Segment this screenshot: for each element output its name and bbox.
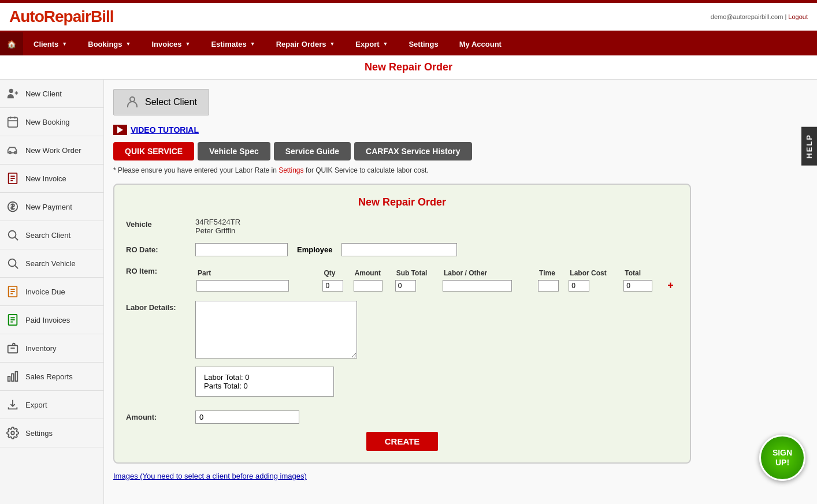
export-icon <box>5 397 21 413</box>
header: AutoRepairBill demo@autorepairbill.com |… <box>0 3 817 32</box>
sidebar-paid-invoices-label: Paid Invoices <box>25 316 70 324</box>
settings-link[interactable]: Settings <box>278 166 303 174</box>
signup-line1: SIGN <box>773 448 792 458</box>
ro-date-input[interactable] <box>195 243 288 256</box>
nav-invoices[interactable]: Invoices ▼ <box>141 32 200 55</box>
estimates-arrow: ▼ <box>250 41 255 47</box>
sidebar-new-client-label: New Client <box>25 89 62 98</box>
nav-home[interactable]: 🏠 <box>0 32 23 55</box>
sidebar-item-export[interactable]: Export <box>0 391 103 419</box>
ro-item-table-container: Part Qty Amount Sub Total Labor / Other … <box>195 264 678 293</box>
help-tab[interactable]: HELP <box>801 127 817 166</box>
sidebar-item-new-payment[interactable]: New Payment <box>0 193 103 221</box>
form-title: New Repair Order <box>126 196 678 208</box>
sidebar-item-new-invoice[interactable]: New Invoice <box>0 165 103 193</box>
export-arrow: ▼ <box>383 41 388 47</box>
nav-settings[interactable]: Settings <box>398 32 448 55</box>
sidebar-new-payment-label: New Payment <box>25 203 72 211</box>
col-amount: Amount <box>352 268 394 278</box>
col-labor-other: Labor / Other <box>441 268 537 278</box>
employee-label: Employee <box>297 245 332 254</box>
ro-item-label: RO Item: <box>126 264 195 275</box>
add-row-button[interactable]: + <box>667 279 674 291</box>
tab-service-guide[interactable]: Service Guide <box>274 142 351 160</box>
video-tutorial-row: VIDEO TUTORIAL <box>113 125 808 135</box>
logo: AutoRepairBill <box>9 8 113 26</box>
notice-text: * Please ensure you have entered your La… <box>113 166 808 174</box>
user-email: demo@autorepairbill.com <box>711 13 783 20</box>
svg-rect-24 <box>8 345 18 353</box>
ro-date-row: RO Date: Employee <box>126 243 678 256</box>
sidebar-sales-reports-label: Sales Reports <box>25 372 73 381</box>
select-client-icon <box>125 95 139 109</box>
labor-other-input[interactable] <box>443 280 512 292</box>
chart-icon <box>5 368 21 384</box>
sidebar: New Client New Booking New Work Order Ne… <box>0 80 104 504</box>
logout-link[interactable]: Logout <box>788 13 808 20</box>
time-input[interactable] <box>538 280 559 292</box>
sidebar-item-invoice-due[interactable]: Invoice Due <box>0 278 103 306</box>
clients-arrow: ▼ <box>62 41 67 47</box>
car-icon <box>5 142 21 158</box>
col-qty: Qty <box>321 268 352 278</box>
invoice-icon <box>5 170 21 186</box>
nav-estimates[interactable]: Estimates ▼ <box>200 32 265 55</box>
nav-clients[interactable]: Clients ▼ <box>23 32 77 55</box>
signup-line2: UP! <box>775 458 789 468</box>
sidebar-item-search-client[interactable]: Search Client <box>0 221 103 249</box>
labor-cost-input[interactable] <box>569 280 589 292</box>
sidebar-item-new-booking[interactable]: New Booking <box>0 108 103 136</box>
qty-input[interactable] <box>322 280 343 292</box>
nav-repair-orders[interactable]: Repair Orders ▼ <box>266 32 346 55</box>
sidebar-item-inventory[interactable]: Inventory <box>0 334 103 363</box>
svg-rect-26 <box>8 376 10 381</box>
amount-input-field[interactable] <box>195 410 299 424</box>
tab-quik-service[interactable]: QUIK SERVICE <box>113 142 194 160</box>
nav-bookings[interactable]: Bookings ▼ <box>77 32 141 55</box>
items-table: Part Qty Amount Sub Total Labor / Other … <box>195 268 678 293</box>
images-notice[interactable]: Images (You need to select a client befo… <box>113 472 808 480</box>
col-sub-total: Sub Total <box>394 268 441 278</box>
sidebar-item-settings[interactable]: Settings <box>0 419 103 447</box>
video-tutorial-link[interactable]: VIDEO TUTORIAL <box>131 125 199 135</box>
nav-export[interactable]: Export ▼ <box>345 32 398 55</box>
signup-button[interactable]: SIGN UP! <box>759 435 805 481</box>
ro-date-label: RO Date: <box>126 243 195 254</box>
total-input[interactable] <box>623 280 652 292</box>
labor-details-textarea[interactable] <box>195 301 357 359</box>
person-add-icon <box>5 85 21 102</box>
svg-rect-27 <box>12 374 14 381</box>
sidebar-item-new-work-order[interactable]: New Work Order <box>0 136 103 165</box>
col-time: Time <box>537 268 567 278</box>
sidebar-search-vehicle-label: Search Vehicle <box>25 259 76 268</box>
bookings-arrow: ▼ <box>126 41 131 47</box>
sidebar-item-new-client[interactable]: New Client <box>0 80 103 108</box>
tab-vehicle-spec[interactable]: Vehicle Spec <box>198 142 270 160</box>
amount-input[interactable] <box>354 280 382 292</box>
inventory-icon <box>5 340 21 356</box>
create-button[interactable]: CREATE <box>366 432 439 451</box>
svg-line-13 <box>15 237 18 240</box>
col-part: Part <box>195 268 321 278</box>
nav-my-account[interactable]: My Account <box>449 32 512 55</box>
labor-total: Labor Total: 0 <box>204 373 325 382</box>
paid-invoices-icon <box>5 312 21 328</box>
svg-line-15 <box>15 266 18 268</box>
svg-point-12 <box>9 231 16 238</box>
sub-total-input[interactable] <box>395 280 416 292</box>
employee-input[interactable] <box>341 243 457 256</box>
vehicle-id: 34RF5424TR <box>195 218 240 226</box>
tab-carfax[interactable]: CARFAX Service History <box>354 142 471 160</box>
vehicle-label: Vehicle <box>126 218 195 229</box>
sidebar-item-search-vehicle[interactable]: Search Vehicle <box>0 249 103 278</box>
sidebar-item-paid-invoices[interactable]: Paid Invoices <box>0 306 103 334</box>
page-title: New Repair Order <box>0 55 817 80</box>
invoice-due-icon <box>5 283 21 300</box>
sidebar-new-booking-label: New Booking <box>25 118 70 126</box>
part-input[interactable] <box>196 280 289 292</box>
select-client-button[interactable]: Select Client <box>113 89 209 115</box>
nav-bar: 🏠 Clients ▼ Bookings ▼ Invoices ▼ Estima… <box>0 32 817 55</box>
totals-row: Labor Total: 0 Parts Total: 0 <box>126 367 678 402</box>
sidebar-new-work-order-label: New Work Order <box>25 146 81 155</box>
sidebar-item-sales-reports[interactable]: Sales Reports <box>0 363 103 391</box>
